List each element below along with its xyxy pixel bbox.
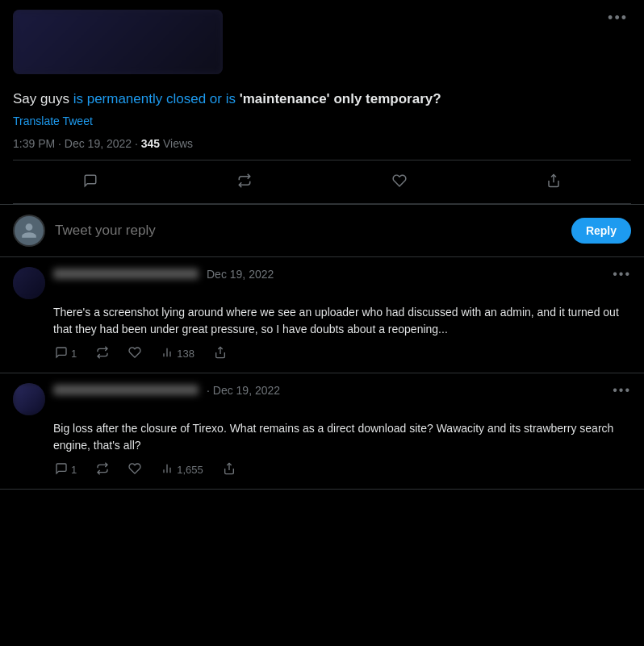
reply-header-2: · Dec 19, 2022 ••• — [13, 383, 631, 415]
compose-avatar — [13, 215, 45, 247]
reply-input[interactable] — [55, 223, 562, 239]
reply-actions-2: 1 1,655 — [53, 461, 631, 479]
tweet-text-prefix: Say guys — [13, 91, 69, 106]
reply-comment-btn-1[interactable]: 1 — [53, 344, 78, 363]
reply-share-icon-1 — [214, 346, 227, 361]
reply-avatar-2 — [13, 383, 45, 415]
like-action-button[interactable] — [383, 167, 416, 197]
reply-date-1: Dec 19, 2022 — [207, 268, 274, 281]
reply-like-btn-1[interactable] — [127, 344, 143, 363]
more-options-button[interactable]: ••• — [604, 6, 631, 29]
reply-more-button-1[interactable]: ••• — [606, 267, 631, 281]
like-icon — [392, 173, 407, 190]
reply-retweet-icon-1 — [96, 346, 109, 361]
reply-submit-button[interactable]: Reply — [571, 218, 631, 244]
tweet-time: 1:39 PM · Dec 19, 2022 · — [13, 137, 138, 150]
reply-name-blurred-2 — [53, 385, 199, 395]
reply-header-content-2: · Dec 19, 2022 ••• — [53, 383, 631, 398]
tweet-text-quote: 'maintenance' only temporary? — [240, 91, 441, 106]
reply-avatar-area-1 — [13, 267, 45, 299]
reply-name-date-2: · Dec 19, 2022 ••• — [53, 383, 631, 398]
reply-like-icon-1 — [128, 346, 141, 361]
reply-share-icon-2 — [223, 462, 236, 477]
reply-avatar-1 — [13, 267, 45, 299]
reply-header-1: Dec 19, 2022 ••• — [13, 267, 631, 299]
reply-comment-btn-2[interactable]: 1 — [53, 461, 78, 479]
reply-views-icon-1 — [161, 346, 174, 361]
tweet-actions-bar — [13, 160, 631, 204]
tweet-media-blur — [13, 10, 223, 74]
reply-share-btn-1[interactable] — [212, 344, 228, 363]
reply-date-2: · Dec 19, 2022 — [207, 384, 280, 397]
reply-comment-icon-2 — [55, 462, 68, 477]
reply-header-content-1: Dec 19, 2022 ••• — [53, 267, 631, 281]
reply-retweet-btn-2[interactable] — [94, 461, 111, 479]
tweet-views-label: Views — [163, 137, 193, 150]
reply-tweet-2: · Dec 19, 2022 ••• Big loss after the cl… — [0, 373, 644, 490]
reply-like-btn-2[interactable] — [127, 461, 143, 479]
main-tweet: ••• Say guys is permanently closed or is… — [0, 0, 644, 205]
tweet-text-blue: is permanently closed or is — [73, 91, 240, 106]
tweet-header: ••• — [13, 10, 631, 82]
reply-share-btn-2[interactable] — [221, 461, 237, 479]
tweet-views-count: 345 — [141, 137, 160, 150]
reply-comment-count-2: 1 — [71, 464, 77, 476]
retweet-action-button[interactable] — [228, 167, 261, 197]
reply-retweet-btn-1[interactable] — [94, 344, 111, 363]
reply-views-count-2: 1,655 — [177, 464, 203, 476]
tweet-body: Say guys is permanently closed or is 'ma… — [13, 89, 631, 110]
retweet-icon — [237, 173, 252, 190]
tweet-media-preview — [13, 10, 223, 74]
reply-comment-icon-1 — [55, 346, 68, 361]
reply-compose-area: Reply — [0, 205, 644, 257]
reply-like-icon-2 — [128, 462, 141, 477]
reply-views-icon-2 — [161, 462, 174, 477]
reply-views-count-1: 138 — [177, 348, 194, 360]
person-icon — [20, 222, 38, 240]
reply-avatar-area-2 — [13, 383, 45, 415]
comment-action-button[interactable] — [73, 167, 107, 197]
reply-text-2: Big loss after the closure of Tirexo. Wh… — [53, 420, 631, 454]
share-icon — [546, 173, 561, 190]
reply-more-button-2[interactable]: ••• — [606, 383, 631, 398]
reply-name-date-1: Dec 19, 2022 ••• — [53, 267, 631, 281]
reply-name-blurred-1 — [53, 269, 199, 279]
reply-views-btn-1[interactable]: 138 — [159, 344, 196, 363]
reply-retweet-icon-2 — [96, 462, 109, 477]
reply-text-1: There's a screenshot lying around where … — [53, 304, 631, 338]
share-action-button[interactable] — [537, 167, 571, 197]
translate-tweet-link[interactable]: Translate Tweet — [13, 115, 631, 127]
reply-actions-1: 1 138 — [53, 344, 631, 363]
compose-avatar-inner — [15, 216, 44, 245]
reply-tweet-1: Dec 19, 2022 ••• There's a screenshot ly… — [0, 257, 644, 373]
reply-views-btn-2[interactable]: 1,655 — [159, 461, 205, 479]
reply-comment-count-1: 1 — [71, 348, 77, 360]
tweet-meta: 1:39 PM · Dec 19, 2022 · 345 Views — [13, 137, 631, 150]
comment-icon — [83, 173, 98, 190]
